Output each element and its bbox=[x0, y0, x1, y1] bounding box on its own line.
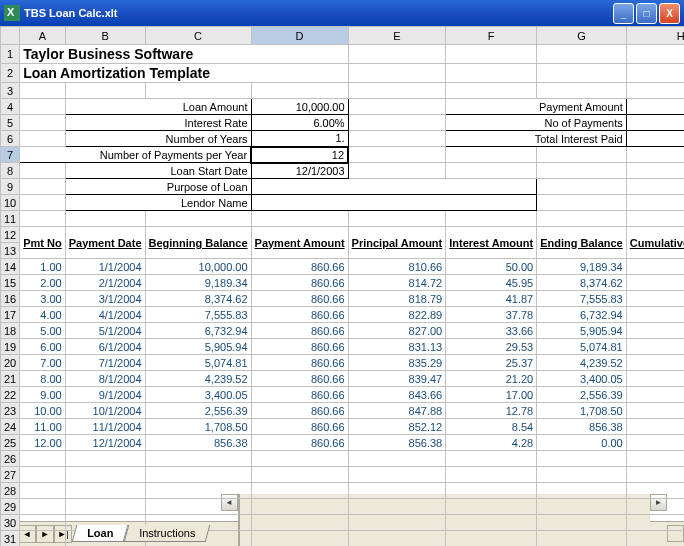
cell-pmt-no[interactable]: 7.00 bbox=[20, 355, 66, 371]
cell-end[interactable]: 4,239.52 bbox=[537, 355, 627, 371]
cell-cum[interactable]: 175.60 bbox=[626, 307, 684, 323]
cell-date[interactable]: 11/1/2004 bbox=[65, 419, 145, 435]
table-row[interactable]: 23 10.00 10/1/2004 2,556.39 860.66 847.8… bbox=[1, 403, 685, 419]
cell-pmt[interactable]: 860.66 bbox=[251, 259, 348, 275]
purpose-label[interactable]: Purpose of Loan bbox=[65, 179, 251, 195]
cell-beg[interactable]: 1,708.50 bbox=[145, 419, 251, 435]
cell-princ[interactable]: 827.00 bbox=[348, 323, 446, 339]
cell-pmt[interactable]: 860.66 bbox=[251, 435, 348, 451]
cell-pmt[interactable]: 860.66 bbox=[251, 355, 348, 371]
row-header[interactable]: 20 bbox=[1, 355, 20, 371]
table-row[interactable]: 21 8.00 8/1/2004 4,239.52 860.66 839.47 … bbox=[1, 371, 685, 387]
cell-beg[interactable]: 3,400.05 bbox=[145, 387, 251, 403]
row-header[interactable]: 23 bbox=[1, 403, 20, 419]
cell-beg[interactable]: 10,000.00 bbox=[145, 259, 251, 275]
cell-end[interactable]: 8,374.62 bbox=[537, 275, 627, 291]
row-header[interactable]: 31 bbox=[1, 531, 20, 547]
cell-cum[interactable]: 302.37 bbox=[626, 387, 684, 403]
lendor-value[interactable] bbox=[251, 195, 537, 211]
cell-cum[interactable]: 323.69 bbox=[626, 419, 684, 435]
table-row[interactable]: 18 5.00 5/1/2004 6,732.94 860.66 827.00 … bbox=[1, 323, 685, 339]
row-header[interactable]: 16 bbox=[1, 291, 20, 307]
cell-pmt-no[interactable]: 1.00 bbox=[20, 259, 66, 275]
col-end-balance[interactable]: Ending Balance bbox=[537, 227, 627, 259]
row-header[interactable]: 11 bbox=[1, 211, 20, 227]
col-header-E[interactable]: E bbox=[348, 27, 446, 45]
row-header[interactable]: 24 bbox=[1, 419, 20, 435]
cell-beg[interactable]: 9,189.34 bbox=[145, 275, 251, 291]
cell-pmt-no[interactable]: 9.00 bbox=[20, 387, 66, 403]
select-all-corner[interactable] bbox=[1, 27, 20, 45]
cell-end[interactable]: 9,189.34 bbox=[537, 259, 627, 275]
table-row[interactable]: 15 2.00 2/1/2004 9,189.34 860.66 814.72 … bbox=[1, 275, 685, 291]
minimize-button[interactable]: _ bbox=[613, 3, 634, 24]
start-date-label[interactable]: Loan Start Date bbox=[65, 163, 251, 179]
col-header-G[interactable]: G bbox=[537, 27, 627, 45]
close-button[interactable]: X bbox=[659, 3, 680, 24]
cell-beg[interactable]: 5,905.94 bbox=[145, 339, 251, 355]
cell-princ[interactable]: 856.38 bbox=[348, 435, 446, 451]
row-header[interactable]: 29 bbox=[1, 499, 20, 515]
cell-int[interactable]: 4.28 bbox=[446, 435, 537, 451]
payment-amount-value[interactable]: 860.66 bbox=[626, 99, 684, 115]
cell-cum[interactable]: 264.17 bbox=[626, 355, 684, 371]
cell-cum[interactable]: 285.36 bbox=[626, 371, 684, 387]
cell-int[interactable]: 12.78 bbox=[446, 403, 537, 419]
col-payment-date[interactable]: Payment Date bbox=[65, 227, 145, 259]
cell-date[interactable]: 7/1/2004 bbox=[65, 355, 145, 371]
cell-int[interactable]: 21.20 bbox=[446, 371, 537, 387]
row-header[interactable]: 9 bbox=[1, 179, 20, 195]
cell-beg[interactable]: 8,374.62 bbox=[145, 291, 251, 307]
row-header[interactable]: 12 bbox=[1, 227, 20, 243]
row-header[interactable]: 8 bbox=[1, 163, 20, 179]
cell-pmt[interactable]: 860.66 bbox=[251, 307, 348, 323]
cell-end[interactable]: 7,555.83 bbox=[537, 291, 627, 307]
row-header[interactable]: 21 bbox=[1, 371, 20, 387]
cell-date[interactable]: 10/1/2004 bbox=[65, 403, 145, 419]
row-header[interactable]: 18 bbox=[1, 323, 20, 339]
table-row[interactable]: 19 6.00 6/1/2004 5,905.94 860.66 831.13 … bbox=[1, 339, 685, 355]
purpose-value[interactable] bbox=[251, 179, 537, 195]
cell-cum[interactable]: 50.00 bbox=[626, 259, 684, 275]
cell-pmt-no[interactable]: 12.00 bbox=[20, 435, 66, 451]
cell-princ[interactable]: 810.66 bbox=[348, 259, 446, 275]
cell-end[interactable]: 3,400.05 bbox=[537, 371, 627, 387]
cell-pmt[interactable]: 860.66 bbox=[251, 403, 348, 419]
cell-end[interactable]: 0.00 bbox=[537, 435, 627, 451]
loan-amount-value[interactable]: 10,000.00 bbox=[251, 99, 348, 115]
cell-beg[interactable]: 5,074.81 bbox=[145, 355, 251, 371]
col-beg-balance[interactable]: Beginning Balance bbox=[145, 227, 251, 259]
cell-pmt-no[interactable]: 2.00 bbox=[20, 275, 66, 291]
interest-rate-label[interactable]: Interest Rate bbox=[65, 115, 251, 131]
cell-pmt[interactable]: 860.66 bbox=[251, 419, 348, 435]
cell-date[interactable]: 1/1/2004 bbox=[65, 259, 145, 275]
cell-int[interactable]: 37.78 bbox=[446, 307, 537, 323]
row-header[interactable]: 5 bbox=[1, 115, 20, 131]
cell-pmt-no[interactable]: 8.00 bbox=[20, 371, 66, 387]
cell-pmt[interactable]: 860.66 bbox=[251, 371, 348, 387]
maximize-button[interactable]: □ bbox=[636, 3, 657, 24]
cell-princ[interactable]: 818.79 bbox=[348, 291, 446, 307]
cell-pmt[interactable]: 860.66 bbox=[251, 339, 348, 355]
cell-beg[interactable]: 6,732.94 bbox=[145, 323, 251, 339]
cell-princ[interactable]: 831.13 bbox=[348, 339, 446, 355]
row-header[interactable]: 6 bbox=[1, 131, 20, 147]
cell-pmt[interactable]: 860.66 bbox=[251, 275, 348, 291]
cell-end[interactable]: 2,556.39 bbox=[537, 387, 627, 403]
cell-pmt[interactable]: 860.66 bbox=[251, 323, 348, 339]
cell-pmt[interactable]: 860.66 bbox=[251, 291, 348, 307]
cell-cum[interactable]: 238.79 bbox=[626, 339, 684, 355]
company-title[interactable]: Taylor Business Software bbox=[20, 45, 348, 64]
table-row[interactable]: 20 7.00 7/1/2004 5,074.81 860.66 835.29 … bbox=[1, 355, 685, 371]
col-header-D[interactable]: D bbox=[251, 27, 348, 45]
cell-date[interactable]: 6/1/2004 bbox=[65, 339, 145, 355]
cell-princ[interactable]: 814.72 bbox=[348, 275, 446, 291]
cell-int[interactable]: 17.00 bbox=[446, 387, 537, 403]
row-header[interactable]: 26 bbox=[1, 451, 20, 467]
row-header[interactable]: 7 bbox=[1, 147, 20, 163]
cell-int[interactable]: 50.00 bbox=[446, 259, 537, 275]
num-payments-value[interactable]: 12 bbox=[626, 115, 684, 131]
lendor-label[interactable]: Lendor Name bbox=[65, 195, 251, 211]
table-row[interactable]: 16 3.00 3/1/2004 8,374.62 860.66 818.79 … bbox=[1, 291, 685, 307]
table-row[interactable]: 14 1.00 1/1/2004 10,000.00 860.66 810.66… bbox=[1, 259, 685, 275]
